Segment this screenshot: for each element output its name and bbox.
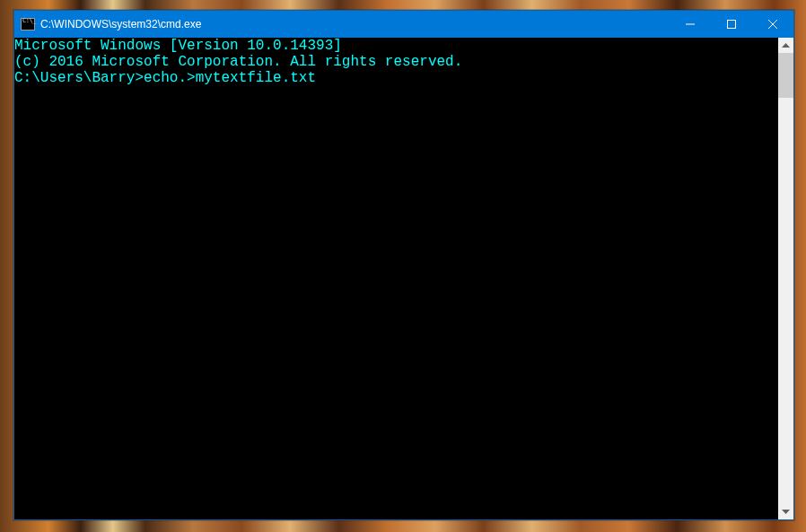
scroll-up-button[interactable] (778, 38, 793, 53)
client-area: Microsoft Windows [Version 10.0.14393](c… (14, 38, 793, 519)
scroll-down-button[interactable] (778, 504, 793, 519)
svg-rect-1 (728, 21, 736, 29)
window-title: C:\WINDOWS\system32\cmd.exe (40, 18, 670, 31)
cmd-icon (21, 18, 35, 31)
terminal-line: (c) 2016 Microsoft Corporation. All righ… (14, 54, 778, 70)
terminal-output[interactable]: Microsoft Windows [Version 10.0.14393](c… (14, 38, 778, 519)
maximize-button[interactable] (711, 11, 752, 38)
terminal-line: Microsoft Windows [Version 10.0.14393] (14, 38, 778, 54)
desktop-background: C:\WINDOWS\system32\cmd.exe Microsoft Wi… (0, 0, 806, 532)
cmd-window: C:\WINDOWS\system32\cmd.exe Microsoft Wi… (13, 10, 794, 520)
close-button[interactable] (752, 11, 793, 38)
vertical-scrollbar[interactable] (778, 38, 793, 519)
svg-rect-0 (686, 24, 695, 25)
terminal-prompt-line: C:\Users\Barry>echo.>mytextfile.txt (14, 70, 778, 86)
scroll-track[interactable] (778, 53, 793, 504)
scroll-thumb[interactable] (778, 53, 793, 98)
minimize-button[interactable] (670, 11, 711, 38)
window-controls (670, 11, 793, 38)
titlebar[interactable]: C:\WINDOWS\system32\cmd.exe (14, 11, 793, 38)
